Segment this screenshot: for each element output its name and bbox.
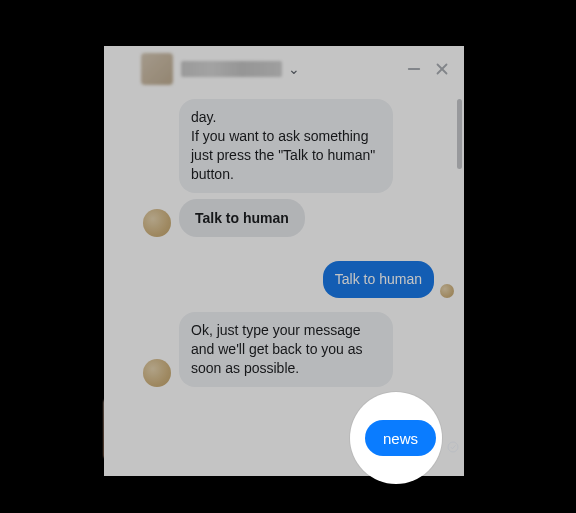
seen-indicator-icon	[440, 284, 454, 298]
bot-message-bubble: day. If you want to ask something just p…	[179, 99, 393, 193]
message-row: Ok, just type your message and we'll get…	[143, 312, 454, 387]
message-row: Talk to human	[143, 261, 454, 298]
bot-message-bubble: Ok, just type your message and we'll get…	[179, 312, 393, 387]
chevron-down-icon[interactable]: ⌄	[288, 61, 300, 77]
bot-avatar-icon	[143, 359, 171, 387]
news-quick-reply-button[interactable]: news	[365, 420, 436, 456]
bot-avatar-icon	[143, 209, 171, 237]
svg-point-3	[448, 442, 458, 452]
chat-header: ⌄	[133, 46, 464, 93]
delivered-circle-icon	[446, 440, 460, 454]
quick-reply-button[interactable]: Talk to human	[179, 199, 305, 238]
avatar[interactable]	[141, 53, 173, 85]
chat-title[interactable]	[181, 61, 282, 77]
scrollbar-thumb[interactable]	[457, 99, 462, 169]
minimize-button[interactable]	[400, 55, 428, 83]
close-button[interactable]	[428, 55, 456, 83]
user-message-bubble: Talk to human	[323, 261, 434, 298]
message-row: Talk to human	[143, 199, 454, 238]
scrollbar[interactable]	[457, 99, 462, 470]
message-row: day. If you want to ask something just p…	[143, 99, 454, 193]
